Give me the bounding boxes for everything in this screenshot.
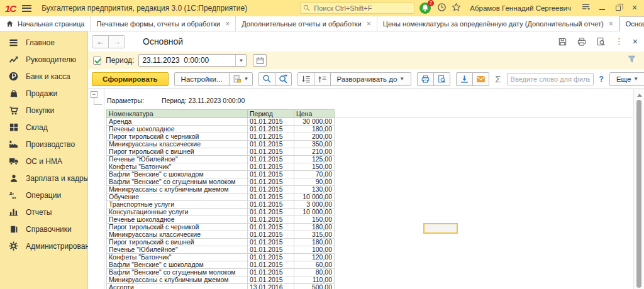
table-cell[interactable]: 125,00 <box>294 156 335 163</box>
table-cell[interactable]: 01.01.2015 <box>248 254 294 261</box>
table-cell[interactable]: 350,00 <box>294 141 335 148</box>
table-cell[interactable]: Аренда <box>107 118 248 126</box>
table-cell[interactable]: 80,00 <box>294 269 335 276</box>
table-cell[interactable]: 01.01.2015 <box>248 126 294 133</box>
preview-button[interactable] <box>433 72 450 86</box>
table-cell[interactable]: 01.01.2015 <box>248 178 294 186</box>
table-cell[interactable]: 120,00 <box>294 254 335 261</box>
table-cell[interactable]: 01.01.2015 <box>248 276 294 284</box>
sidebar-item-администрирование[interactable]: Администрирование <box>0 237 87 254</box>
table-cell[interactable]: Транспортные услуги <box>107 201 248 209</box>
favorites-star-button[interactable] <box>452 3 461 14</box>
table-cell[interactable]: Печенье шоколадное <box>107 126 248 133</box>
table-cell[interactable]: 01.01.2015 <box>248 148 294 156</box>
sidebar-item-склад[interactable]: Склад <box>0 119 87 136</box>
table-cell[interactable]: 01.01.2015 <box>248 186 294 194</box>
table-cell[interactable]: 01.01.2015 <box>248 239 294 246</box>
table-cell[interactable]: Вафли "Венские" с шоколадом <box>107 171 248 178</box>
table-cell[interactable]: 60,00 <box>294 261 335 269</box>
table-cell[interactable]: 180,00 <box>294 126 335 133</box>
table-header-cell[interactable]: Период <box>248 110 294 118</box>
sum-sigma-icon[interactable]: Σ <box>495 74 501 84</box>
table-cell[interactable]: Пирог тирольский с черникой <box>107 224 248 231</box>
notifications-button[interactable]: 2 <box>419 3 432 14</box>
expand-to-button[interactable]: Разворачивать до▼ <box>330 72 412 86</box>
table-cell[interactable]: 01.01.2015 <box>248 171 294 178</box>
table-cell[interactable]: 01.01.2015 <box>248 246 294 254</box>
send-email-button[interactable] <box>472 72 489 86</box>
period-checkbox[interactable] <box>93 57 101 65</box>
print-preview-icon[interactable] <box>596 37 606 46</box>
table-cell[interactable]: Печенье "Юбилейное" <box>107 156 248 163</box>
table-cell[interactable]: 01.01.2015 <box>248 118 294 126</box>
tab-печатные-формы-отчеты-и-обрабо[interactable]: Печатные формы, отчеты и обработки× <box>91 16 236 31</box>
tab-начальная-страница[interactable]: Начальная страница <box>0 16 91 31</box>
filter-input[interactable] <box>507 73 594 85</box>
search-button[interactable] <box>258 72 275 86</box>
service-menu-button[interactable] <box>580 3 591 13</box>
close-window-button[interactable]: × <box>629 4 640 13</box>
scroll-up-icon[interactable] <box>637 94 642 97</box>
tab-close-icon[interactable]: × <box>609 19 613 28</box>
table-cell[interactable]: 01.01.2015 <box>248 231 294 239</box>
tab-close-icon[interactable]: × <box>367 19 371 28</box>
selected-cell-cursor[interactable] <box>423 223 458 234</box>
sidebar-item-зарплата-и-кадры[interactable]: Зарплата и кадры <box>0 170 87 187</box>
global-search-input[interactable] <box>313 4 407 13</box>
table-cell[interactable]: Миникруассаны с клубничным джемом <box>107 186 248 194</box>
table-header-cell[interactable]: Цена <box>294 110 335 118</box>
table-cell[interactable]: 30 000,00 <box>294 118 335 126</box>
more-actions-icon[interactable]: ⋮ <box>615 38 623 45</box>
table-cell[interactable]: 01.01.2015 <box>248 216 294 224</box>
table-cell[interactable]: 01.01.2015 <box>248 201 294 209</box>
table-cell[interactable]: Пирог тирольский с черникой <box>107 133 248 141</box>
period-dropdown-icon[interactable]: ▼ <box>235 55 246 66</box>
table-cell[interactable]: 110,00 <box>294 276 335 284</box>
minimize-button[interactable] <box>596 4 608 13</box>
table-cell[interactable]: 3 000,00 <box>294 201 335 209</box>
table-cell[interactable]: Миникруассаны классические <box>107 141 248 148</box>
print-button[interactable] <box>417 72 434 86</box>
table-cell[interactable]: Печенье шоколадное <box>107 216 248 224</box>
close-form-icon[interactable]: × <box>633 38 638 45</box>
sidebar-item-операции[interactable]: ДтКтОперации <box>0 187 87 204</box>
sidebar-item-главное[interactable]: Главное <box>0 34 87 51</box>
table-cell[interactable]: 90,00 <box>294 178 335 186</box>
tab-дополнительные-отчеты-и-обрабо[interactable]: Дополнительные отчеты и обработки× <box>236 16 377 31</box>
print-icon[interactable] <box>577 37 587 46</box>
expand-groups-icon[interactable] <box>297 72 314 86</box>
table-cell[interactable]: 01.01.2015 <box>248 156 294 163</box>
table-cell[interactable]: Консультационные услуги <box>107 209 248 216</box>
sidebar-item-продажи[interactable]: Продажи <box>0 85 87 102</box>
table-cell[interactable]: 100,00 <box>294 246 335 254</box>
table-cell[interactable]: 130,00 <box>294 186 335 194</box>
tab-основной[interactable]: Основной× <box>619 16 644 31</box>
table-cell[interactable]: Пирог тирольский с вишней <box>107 239 248 246</box>
table-cell[interactable]: Миникруассаны с клубничным джемом <box>107 276 248 284</box>
main-menu-icon[interactable] <box>22 5 31 12</box>
table-cell[interactable]: Обучение <box>107 194 248 201</box>
table-cell[interactable]: 01.01.2015 <box>248 133 294 141</box>
table-cell[interactable]: Конфеты "Батончик" <box>107 163 248 171</box>
table-cell[interactable]: 150,00 <box>294 216 335 224</box>
table-cell[interactable]: Миникруассаны классические <box>107 231 248 239</box>
table-cell[interactable]: 13.01.2016 <box>248 284 294 289</box>
back-button[interactable]: ← <box>92 35 109 48</box>
more-button[interactable]: Еще▼ <box>609 72 644 86</box>
tab-close-icon[interactable]: × <box>225 19 230 28</box>
table-cell[interactable]: 01.01.2015 <box>248 194 294 201</box>
table-cell[interactable]: 01.01.2015 <box>248 261 294 269</box>
table-cell[interactable]: 01.01.2015 <box>248 163 294 171</box>
table-cell[interactable]: 315,00 <box>294 231 335 239</box>
table-cell[interactable]: 180,00 <box>294 239 335 246</box>
table-cell[interactable]: 01.01.2015 <box>248 269 294 276</box>
table-cell[interactable]: 500,00 <box>294 284 335 289</box>
help-button[interactable]: ? <box>599 75 604 84</box>
table-cell[interactable]: Пирог тирольский с вишней <box>107 148 248 156</box>
table-cell[interactable]: 10 000,00 <box>294 209 335 216</box>
collapse-group-icon[interactable]: − <box>91 91 97 98</box>
sidebar-item-покупки[interactable]: Покупки <box>0 102 87 119</box>
current-user[interactable]: Абрамов Геннадий Сергеевич <box>470 4 571 12</box>
table-cell[interactable]: 01.01.2015 <box>248 141 294 148</box>
settings-button[interactable]: Настройки... <box>174 72 230 86</box>
